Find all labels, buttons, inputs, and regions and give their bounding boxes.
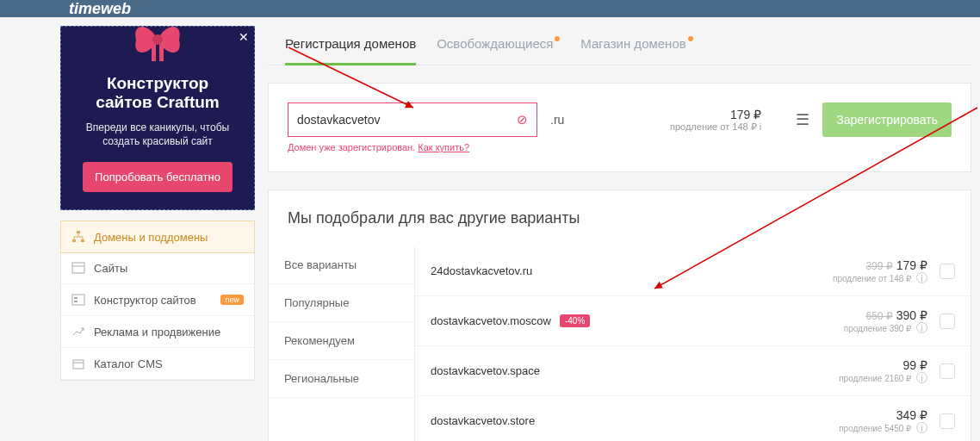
- sidebar-item-label: Реклама и продвижение: [94, 326, 220, 339]
- results-list: 24dostavkacvetov.ru 399 ₽179 ₽ продление…: [415, 246, 971, 441]
- discount-badge: -40%: [560, 314, 590, 327]
- result-checkbox[interactable]: [940, 413, 955, 429]
- sidebar-item-builder[interactable]: Конструктор сайтов new: [61, 284, 254, 316]
- top-bar: timeweb: [0, 0, 980, 17]
- svg-rect-9: [74, 297, 78, 299]
- tab-store[interactable]: Магазин доменов: [580, 36, 692, 65]
- builder-icon: [71, 293, 85, 307]
- promo-text: Впереди все каникулы, чтобы создать крас…: [71, 121, 244, 150]
- result-domain[interactable]: dostavkacvetov.moscow: [431, 314, 551, 327]
- result-domain[interactable]: dostavkacvetov.store: [431, 414, 535, 427]
- suggestions-heading: Мы подобрали для вас другие варианты: [269, 190, 971, 246]
- tld-label: .ru: [550, 113, 564, 127]
- info-icon[interactable]: i: [916, 372, 927, 383]
- sidebar-item-domains[interactable]: Домены и поддомены: [60, 220, 255, 253]
- chart-icon: [71, 325, 85, 339]
- price-box: 179 ₽ продление от 148 ₽ i: [670, 108, 761, 133]
- result-price: 99 ₽ продление 2160 ₽ i: [839, 358, 927, 383]
- result-domain[interactable]: dostavkacvetov.space: [431, 364, 540, 377]
- svg-rect-10: [74, 301, 78, 302]
- promo-banner: ✕ Конструкторсайтов Craftum Впереди все …: [60, 26, 255, 210]
- promo-cta-button[interactable]: Попробовать бесплатно: [83, 162, 233, 192]
- logo: timeweb: [69, 0, 131, 18]
- filter-all[interactable]: Все варианты: [269, 246, 414, 284]
- sidebar-item-sites[interactable]: Сайты: [61, 252, 254, 284]
- promo-title: Конструкторсайтов Craftum: [71, 74, 244, 112]
- bow-icon: [123, 18, 192, 61]
- sidebar-item-label: Каталог CMS: [94, 357, 163, 370]
- tab-register[interactable]: Регистрация доменов: [285, 36, 416, 65]
- info-icon[interactable]: i: [760, 121, 761, 132]
- result-price: 399 ₽179 ₽ продление от 148 ₽ i: [833, 258, 927, 283]
- side-nav: Домены и поддомены Сайты Конструктор сай…: [60, 220, 255, 381]
- register-button[interactable]: Зарегистрировать: [822, 102, 952, 137]
- sidebar-item-ads[interactable]: Реклама и продвижение: [61, 316, 254, 348]
- result-checkbox[interactable]: [940, 363, 955, 379]
- result-row: dostavkacvetov.moscow -40% 650 ₽390 ₽ пр…: [415, 296, 971, 346]
- svg-point-2: [152, 34, 163, 45]
- error-text: Домен уже зарегистрирован. Как купить?: [288, 142, 537, 152]
- info-icon[interactable]: i: [916, 322, 927, 333]
- result-row: dostavkacvetov.space 99 ₽ продление 2160…: [415, 346, 971, 396]
- result-checkbox[interactable]: [940, 314, 955, 329]
- new-badge: new: [220, 295, 244, 305]
- search-card: ⊘ Домен уже зарегистрирован. Как купить?…: [268, 83, 971, 172]
- svg-rect-8: [72, 295, 84, 305]
- svg-rect-11: [73, 360, 84, 369]
- result-price: 349 ₽ продление 5450 ₽ i: [839, 408, 927, 433]
- svg-rect-6: [72, 263, 84, 273]
- notification-dot-icon: [555, 36, 560, 41]
- tabs: Регистрация доменов Освобождающиеся Мага…: [268, 26, 971, 65]
- domain-input[interactable]: [297, 113, 517, 127]
- result-price: 650 ₽390 ₽ продление 390 ₽ i: [844, 308, 927, 333]
- suggestions-card: Мы подобрали для вас другие варианты Все…: [268, 189, 971, 441]
- info-icon[interactable]: i: [916, 272, 927, 283]
- sidebar-item-label: Конструктор сайтов: [94, 294, 196, 307]
- result-row: 24dostavkacvetov.ru 399 ₽179 ₽ продление…: [415, 246, 971, 296]
- sitemap-icon: [71, 230, 85, 244]
- menu-icon[interactable]: ☰: [796, 110, 809, 129]
- tab-expiring[interactable]: Освобождающиеся: [437, 36, 560, 65]
- filter-regional[interactable]: Региональные: [269, 360, 414, 398]
- how-to-buy-link[interactable]: Как купить?: [418, 142, 469, 152]
- close-icon[interactable]: ✕: [239, 30, 249, 44]
- result-row: dostavkacvetov.store 349 ₽ продление 545…: [415, 396, 971, 441]
- info-icon[interactable]: i: [916, 422, 927, 433]
- sidebar-item-label: Домены и поддомены: [94, 231, 208, 244]
- forbidden-icon: ⊘: [517, 112, 528, 127]
- package-icon: [71, 357, 85, 370]
- svg-rect-3: [77, 231, 80, 233]
- filter-column: Все варианты Популярные Рекомендуем Реги…: [269, 246, 415, 441]
- domain-input-wrap: ⊘: [288, 102, 537, 137]
- result-checkbox[interactable]: [940, 264, 955, 279]
- result-domain[interactable]: 24dostavkacvetov.ru: [431, 264, 532, 277]
- filter-recommend[interactable]: Рекомендуем: [269, 322, 414, 360]
- notification-dot-icon: [688, 36, 693, 41]
- svg-rect-4: [72, 239, 76, 242]
- sidebar-item-label: Сайты: [94, 262, 127, 275]
- sidebar-item-cms[interactable]: Каталог CMS: [61, 348, 254, 380]
- filter-popular[interactable]: Популярные: [269, 284, 414, 322]
- svg-rect-5: [81, 239, 84, 242]
- window-icon: [71, 261, 85, 275]
